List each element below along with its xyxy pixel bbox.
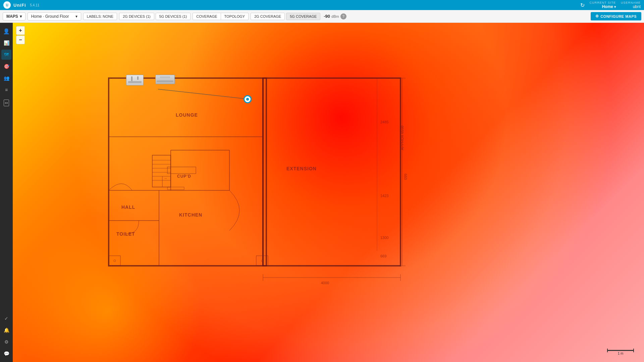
zoom-controls: + − (16, 26, 25, 44)
svg-text:1300: 1300 (380, 236, 388, 240)
devices-2g-button[interactable]: 2G DEVICES (1) (119, 13, 154, 20)
site-name: Home ▾ (602, 4, 616, 9)
unifi-logo: UniFi (13, 3, 26, 8)
person-icon: 👤 (3, 28, 10, 35)
devices-5g-button[interactable]: 5G DEVICES (1) (156, 13, 191, 20)
group-icon: 👥 (4, 75, 9, 81)
coverage-5g-button[interactable]: 5G COVERAGE (286, 13, 320, 20)
ap-marker[interactable] (244, 95, 252, 103)
sidebar-item-target[interactable]: 🎯 (1, 61, 11, 71)
maps-label: MAPS (6, 14, 18, 19)
router-device[interactable] (126, 75, 144, 85)
configure-maps-button[interactable]: ⚙ CONFIGURE MAPS (591, 12, 641, 20)
sidebar-item-list[interactable]: ≡ (1, 85, 11, 95)
sidebar-item-updates[interactable]: ⚙ (1, 337, 11, 347)
svg-rect-1 (263, 78, 400, 266)
svg-point-44 (114, 260, 116, 262)
sidebar: 👤 📊 🗺 🎯 👥 ≡ ⇔ ✓ 🔔 ⚙ 💬 (0, 23, 13, 362)
sidebar-item-notifications[interactable]: 🔔 (1, 325, 11, 335)
svg-rect-18 (167, 167, 196, 174)
signal-unit: dBm (331, 14, 339, 18)
svg-text:KITCHEN: KITCHEN (179, 212, 202, 218)
ubnt-icon: U (6, 3, 8, 7)
svg-text:4000: 4000 (321, 281, 329, 285)
logo-area: U UniFi 5.4.11 (3, 1, 39, 9)
help-icon[interactable]: ? (340, 13, 346, 19)
signal-value: -90 (324, 14, 330, 19)
update-icon: ⚙ (4, 339, 9, 345)
username-label: USERNAME (621, 1, 641, 4)
svg-text:LOUNGE: LOUNGE (176, 112, 198, 118)
ap-device[interactable] (155, 75, 175, 84)
site-info: CURRENT SITE Home ▾ (590, 1, 616, 9)
sidebar-item-devices[interactable]: 📊 (1, 38, 11, 48)
topbar: U UniFi 5.4.11 ↻ CURRENT SITE Home ▾ USE… (0, 0, 644, 10)
map-icon: 🗺 (4, 52, 9, 57)
ubnt-logo: U (3, 1, 11, 9)
chat-icon: 💬 (4, 351, 9, 356)
svg-text:1423: 1423 (380, 194, 388, 198)
site-label: CURRENT SITE (590, 1, 616, 4)
zoom-in-button[interactable]: + (16, 26, 25, 35)
svg-text:→: → (164, 176, 167, 180)
svg-text:HALL: HALL (121, 204, 135, 210)
map-area: + − .fp-line { stroke: rgba(120,30,30,0.… (13, 23, 644, 362)
labels-button[interactable]: LABELS: NONE (83, 13, 117, 20)
signal-coverage-group: 2G COVERAGE 5G COVERAGE (251, 13, 320, 20)
maps-chevron-icon: ▾ (20, 14, 22, 19)
svg-rect-9 (152, 155, 171, 187)
check-icon: ✓ (4, 316, 8, 321)
sidebar-item-alerts[interactable]: ✓ (1, 313, 11, 323)
floor-chevron-icon: ▾ (75, 14, 77, 19)
username-value: ubnt (633, 4, 641, 9)
sidebar-item-events[interactable]: ⇔ (1, 98, 11, 108)
svg-text:660: 660 (404, 174, 408, 180)
maps-button[interactable]: MAPS ▾ (3, 12, 25, 20)
svg-rect-19 (167, 187, 184, 190)
sidebar-item-dashboard[interactable]: 👤 (1, 26, 11, 36)
coverage-button[interactable]: COVERAGE (193, 13, 221, 20)
svg-text:EXTENSION: EXTENSION (286, 166, 317, 171)
coverage-group: COVERAGE TOPOLOGY (193, 13, 249, 20)
floor-selector[interactable]: Home · Ground Floor ▾ (28, 12, 81, 20)
configure-maps-label: CONFIGURE MAPS (600, 14, 637, 18)
bell-icon: 🔔 (4, 327, 9, 333)
floorplan-svg: .fp-line { stroke: rgba(120,30,30,0.7); … (13, 23, 644, 362)
svg-text:669: 669 (380, 254, 386, 258)
username-info: USERNAME ubnt (621, 1, 641, 9)
sidebar-item-maps[interactable]: 🗺 (1, 50, 11, 60)
devices-group: 2G DEVICES (1) 5G DEVICES (1) (119, 13, 191, 20)
signal-group: -90 dBm ? (324, 13, 346, 19)
zoom-out-button[interactable]: − (16, 36, 25, 44)
list-icon: ≡ (5, 87, 8, 93)
gear-icon: ⚙ (595, 14, 599, 18)
svg-rect-43 (109, 256, 120, 266)
sidebar-item-messages[interactable]: 💬 (1, 349, 11, 359)
target-icon: 🎯 (4, 64, 9, 69)
svg-text:CUP'D: CUP'D (177, 174, 191, 179)
arrows-icon: ⇔ (4, 100, 9, 106)
refresh-button[interactable]: ↻ (580, 2, 585, 8)
svg-rect-0 (109, 78, 266, 266)
sidebar-item-clients[interactable]: 👥 (1, 73, 11, 83)
floor-name: Home · Ground Floor (31, 14, 69, 19)
sidebar-bottom: ✓ 🔔 ⚙ 💬 (1, 313, 11, 359)
toolbar: MAPS ▾ Home · Ground Floor ▾ LABELS: NON… (0, 10, 644, 23)
svg-line-47 (158, 89, 250, 99)
stats-icon: 📊 (4, 40, 9, 46)
coverage-2g-button[interactable]: 2G COVERAGE (251, 13, 285, 20)
svg-text:APPROX 6598: APPROX 6598 (400, 126, 404, 150)
svg-text:2485: 2485 (380, 120, 388, 124)
topology-button[interactable]: TOPOLOGY (221, 13, 249, 20)
svg-text:TOILET: TOILET (116, 231, 135, 237)
version-label: 5.4.11 (30, 3, 40, 7)
